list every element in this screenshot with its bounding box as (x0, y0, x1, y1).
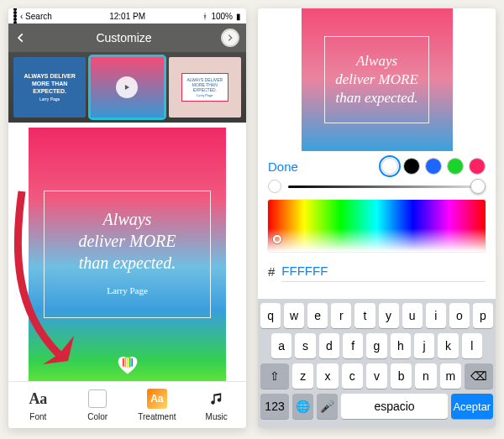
swatch-3[interactable] (447, 158, 464, 175)
key-j[interactable]: j (414, 333, 434, 358)
tab-music[interactable]: Music (186, 382, 246, 428)
key-g[interactable]: g (366, 333, 386, 358)
key-space[interactable]: espacio (341, 394, 447, 419)
app-header: Customize (8, 24, 246, 52)
key-d[interactable]: d (319, 333, 339, 358)
hex-input-row: # (258, 257, 496, 287)
tab-treatment[interactable]: Aa Treatment (128, 382, 187, 428)
quote-preview[interactable]: Always deliver MORE than expected. (302, 8, 453, 151)
key-numbers[interactable]: 123 (260, 394, 289, 419)
key-r[interactable]: r (331, 303, 351, 328)
brightness-slider-row (258, 178, 496, 198)
key-y[interactable]: y (379, 303, 399, 328)
key-m[interactable]: m (440, 363, 461, 389)
picker-cursor[interactable] (273, 235, 281, 243)
template-thumb-1[interactable]: ALWAYS DELIVER MORE THAN EXPECTED. Larry… (13, 57, 86, 118)
swatch-bar: Done (258, 151, 496, 178)
svg-rect-2 (127, 357, 129, 368)
key-n[interactable]: n (415, 363, 436, 389)
key-b[interactable]: b (391, 363, 412, 389)
color-gradient-picker[interactable] (268, 200, 486, 252)
bottom-tab-bar: Aa Font Color Aa Treatment Music (8, 381, 246, 428)
quote-author: Larry Page (56, 285, 198, 295)
left-phone: ‹ Search 12:01 PM ᚼ 100% ▮ Customize ALW… (8, 8, 246, 428)
quote-canvas[interactable]: Always deliver MORE than expected. Larry… (29, 128, 226, 381)
svg-rect-3 (129, 358, 130, 367)
status-time: 12:01 PM (109, 12, 145, 21)
music-icon (205, 389, 228, 409)
key-mic[interactable]: 🎤 (317, 394, 338, 419)
key-shift[interactable]: ⇧ (260, 363, 289, 389)
battery-icon: ▮ (236, 12, 241, 21)
template-thumb-3[interactable]: ALWAYS DELIVER MORE THAN EXPECTED. Larry… (169, 57, 241, 118)
color-swatches (381, 158, 486, 175)
play-icon[interactable] (116, 76, 138, 98)
key-h[interactable]: h (391, 333, 411, 358)
next-button[interactable] (221, 29, 239, 47)
back-to-search[interactable]: ‹ Search (20, 12, 52, 21)
swatch-2[interactable] (425, 158, 442, 175)
svg-rect-0 (122, 358, 123, 367)
tab-font[interactable]: Aa Font (8, 382, 68, 428)
key-backspace[interactable]: ⌫ (465, 363, 493, 389)
key-accept[interactable]: Aceptar (451, 394, 493, 419)
bluetooth-icon: ᚼ (202, 12, 207, 21)
key-w[interactable]: w (284, 303, 304, 328)
swatch-0[interactable] (381, 158, 398, 175)
canvas-area: Always deliver MORE than expected. Larry… (8, 123, 246, 381)
quote-frame: Always deliver MORE than expected. Larry… (44, 191, 211, 318)
key-f[interactable]: f (343, 333, 363, 358)
right-phone: Always deliver MORE than expected. Done … (258, 8, 496, 428)
status-bar: ‹ Search 12:01 PM ᚼ 100% ▮ (8, 8, 246, 24)
chevron-right-icon (226, 34, 234, 42)
svg-rect-1 (124, 358, 126, 367)
watermark-heart-icon (116, 353, 139, 376)
swatch-1[interactable] (403, 158, 420, 175)
key-z[interactable]: z (292, 363, 313, 389)
quote-text: Always deliver MORE than expected. (56, 208, 198, 274)
swatch-4[interactable] (469, 158, 486, 175)
template-thumb-2[interactable] (91, 57, 163, 118)
tab-color[interactable]: Color (68, 382, 128, 428)
key-p[interactable]: p (473, 303, 493, 328)
key-e[interactable]: e (307, 303, 328, 328)
font-icon: Aa (26, 389, 50, 409)
keyboard: qwertyuiop asdfghjkl ⇧zxcvbnm⌫ 123 🌐 🎤 e… (258, 299, 496, 428)
key-u[interactable]: u (402, 303, 423, 328)
slider-thumb[interactable] (470, 179, 486, 194)
preview-area: Always deliver MORE than expected. (258, 8, 496, 151)
brightness-slider[interactable] (288, 186, 486, 188)
key-s[interactable]: s (295, 333, 315, 358)
color-icon (88, 389, 107, 408)
slider-start-swatch (268, 180, 281, 193)
battery-text: 100% (211, 12, 233, 21)
key-a[interactable]: a (271, 333, 291, 358)
back-icon[interactable] (15, 32, 27, 44)
page-title: Customize (96, 31, 151, 44)
key-x[interactable]: x (317, 363, 338, 389)
hash-label: # (268, 264, 275, 279)
key-q[interactable]: q (260, 303, 281, 328)
key-t[interactable]: t (354, 303, 375, 328)
preview-text: Always deliver MORE than expected. (324, 36, 429, 123)
done-button[interactable]: Done (268, 159, 298, 174)
key-c[interactable]: c (342, 363, 363, 389)
key-v[interactable]: v (366, 363, 387, 389)
key-o[interactable]: o (449, 303, 470, 328)
svg-rect-4 (131, 358, 133, 367)
template-thumbnail-row: ALWAYS DELIVER MORE THAN EXPECTED. Larry… (8, 52, 246, 123)
key-globe[interactable]: 🌐 (292, 394, 313, 419)
treatment-icon: Aa (147, 389, 167, 409)
key-i[interactable]: i (426, 303, 446, 328)
signal-icon (13, 8, 17, 24)
key-k[interactable]: k (438, 333, 458, 358)
hex-input[interactable] (281, 260, 486, 282)
key-l[interactable]: l (462, 333, 482, 358)
